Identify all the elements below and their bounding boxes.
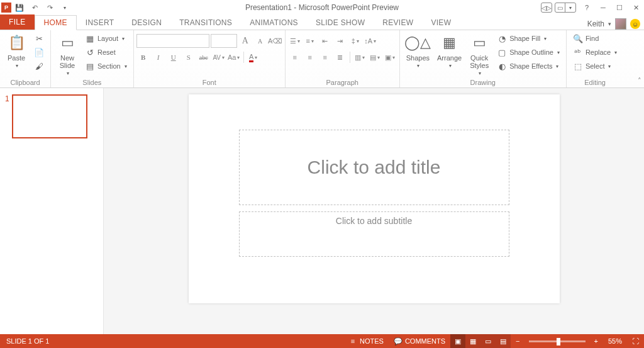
align-left-button[interactable]: ≡ (288, 50, 302, 64)
select-button[interactable]: ⬚Select▾ (569, 59, 621, 73)
zoom-in-button[interactable]: + (589, 334, 603, 348)
subtitle-placeholder[interactable]: Click to add subtitle (239, 211, 509, 257)
zoom-level[interactable]: 55% (603, 334, 627, 348)
help-button[interactable]: ? (579, 1, 595, 14)
slide-canvas[interactable]: Click to add title Click to add subtitle (189, 94, 560, 303)
increase-indent-button[interactable]: ⇥ (333, 34, 347, 48)
feedback-smiley-icon[interactable]: ☺ (630, 19, 640, 29)
tab-review[interactable]: REVIEW (374, 16, 422, 30)
new-slide-button[interactable]: ▭ NewSlide ▾ (53, 31, 81, 77)
align-center-button[interactable]: ≡ (303, 50, 317, 64)
shape-fill-button[interactable]: ◔Shape Fill▾ (493, 31, 564, 45)
redo-icon: ↷ (47, 4, 53, 12)
sorter-view-button[interactable]: ▦ (465, 334, 480, 348)
group-editing: 🔍Find ᵃᵇReplace▾ ⬚Select▾ Editing (567, 30, 623, 87)
find-button[interactable]: 🔍Find (569, 31, 621, 45)
quick-styles-button[interactable]: ▭ QuickStyles▾ (465, 31, 493, 77)
clear-formatting-button[interactable]: A⌫ (269, 34, 282, 48)
decrease-indent-button[interactable]: ⇤ (318, 34, 332, 48)
group-label-drawing: Drawing (402, 77, 564, 87)
app-icon[interactable]: P (1, 3, 11, 13)
tab-insert[interactable]: INSERT (77, 16, 123, 30)
font-color-button[interactable]: A▾ (247, 50, 260, 64)
grow-font-button[interactable]: A (238, 34, 252, 48)
fit-to-window-button[interactable]: ⛶ (627, 334, 644, 348)
align-text-button[interactable]: ▤▾ (368, 50, 382, 64)
change-case-button[interactable]: Aa▾ (227, 50, 241, 64)
font-name-combobox[interactable] (136, 34, 209, 48)
slide-thumbnail-panel[interactable]: 1 (0, 88, 104, 334)
quick-access-toolbar: P 💾 ↶ ↷ ▾ (0, 1, 72, 14)
tab-animations[interactable]: ANIMATIONS (241, 16, 307, 30)
columns-button[interactable]: ▥▾ (353, 50, 367, 64)
maximize-icon: ☐ (616, 4, 623, 12)
replace-button[interactable]: ᵃᵇReplace▾ (569, 45, 621, 59)
group-clipboard: 📋 Paste ▾ ✂ 📄 🖌 Clipboard (0, 30, 51, 87)
tab-view[interactable]: VIEW (422, 16, 460, 30)
tab-home[interactable]: HOME (35, 15, 77, 30)
shapes-button[interactable]: ◯△ Shapes▾ (402, 31, 433, 70)
layout-button[interactable]: ▦Layout▾ (81, 31, 131, 45)
user-name[interactable]: Keith (587, 20, 604, 28)
justify-button[interactable]: ≣ (333, 50, 347, 64)
group-slides: ▭ NewSlide ▾ ▦Layout▾ ↺Reset ▤Section▾ S… (51, 30, 134, 87)
format-painter-button[interactable]: 🖌 (30, 59, 48, 73)
arrange-button[interactable]: ▦ Arrange▾ (433, 31, 465, 70)
tab-transitions[interactable]: TRANSITIONS (170, 16, 241, 30)
line-spacing-button[interactable]: ‡▾ (348, 34, 362, 48)
slide-editor[interactable]: Click to add title Click to add subtitle (104, 88, 644, 334)
group-label-editing: Editing (569, 77, 621, 87)
minimize-button[interactable]: ─ (595, 1, 611, 14)
notes-button[interactable]: ≡NOTES (343, 334, 389, 348)
italic-button[interactable]: I (152, 50, 165, 64)
thumb-preview[interactable] (12, 94, 87, 138)
tab-slideshow[interactable]: SLIDE SHOW (307, 16, 374, 30)
shrink-font-button[interactable]: A (253, 34, 267, 48)
ribbon-display-toggle[interactable]: ▭▾ (555, 3, 576, 13)
text-shadow-button[interactable]: S (182, 50, 196, 64)
user-dropdown[interactable]: ▾ (608, 21, 611, 27)
redo-button[interactable]: ↷ (43, 1, 57, 14)
title-placeholder[interactable]: Click to add title (239, 130, 509, 205)
fill-icon: ◔ (497, 33, 507, 43)
bold-button[interactable]: B (136, 50, 150, 64)
cut-button[interactable]: ✂ (30, 31, 48, 45)
align-right-button[interactable]: ≡ (318, 50, 332, 64)
thumb-item[interactable]: 1 (5, 94, 98, 138)
underline-button[interactable]: U (167, 50, 180, 64)
smartart-button[interactable]: ▣▾ (383, 50, 397, 64)
touch-mode-toggle[interactable]: ◁▷ (541, 3, 552, 13)
copy-button[interactable]: 📄 (30, 45, 48, 59)
shape-effects-button[interactable]: ◐Shape Effects▾ (493, 59, 564, 73)
zoom-out-button[interactable]: − (511, 334, 525, 348)
numbering-button[interactable]: ≡▾ (303, 34, 317, 48)
qat-customize-button[interactable]: ▾ (58, 1, 72, 14)
reading-view-button[interactable]: ▭ (480, 334, 496, 348)
ribbon-tabs: FILE HOME INSERT DESIGN TRANSITIONS ANIM… (0, 15, 644, 30)
normal-view-button[interactable]: ▣ (450, 334, 465, 348)
maximize-button[interactable]: ☐ (611, 1, 628, 14)
zoom-slider-thumb[interactable] (557, 338, 560, 345)
save-button[interactable]: 💾 (13, 1, 26, 14)
avatar[interactable] (615, 18, 626, 30)
slideshow-view-button[interactable]: ▤ (496, 334, 511, 348)
section-button[interactable]: ▤Section▾ (81, 59, 131, 73)
font-size-combobox[interactable] (211, 34, 237, 48)
char-spacing-button[interactable]: AV▾ (212, 50, 226, 64)
strikethrough-button[interactable]: abc (197, 50, 211, 64)
tab-file[interactable]: FILE (0, 14, 35, 30)
comments-button[interactable]: 💬COMMENTS (389, 334, 450, 348)
zoom-slider[interactable] (529, 340, 586, 342)
reset-label: Reset (97, 48, 116, 56)
shape-outline-button[interactable]: ▢Shape Outline▾ (493, 45, 564, 59)
collapse-ribbon-button[interactable]: ˄ (638, 77, 641, 85)
layout-icon: ▦ (85, 33, 95, 43)
text-direction-button[interactable]: ↕A▾ (364, 34, 377, 48)
reset-button[interactable]: ↺Reset (81, 45, 131, 59)
tab-design[interactable]: DESIGN (123, 16, 170, 30)
undo-button[interactable]: ↶ (28, 1, 42, 14)
bullets-button[interactable]: ☰▾ (288, 34, 302, 48)
close-button[interactable]: ✕ (628, 1, 644, 14)
paste-button[interactable]: 📋 Paste ▾ (3, 31, 30, 70)
justify-icon: ≣ (337, 53, 343, 62)
